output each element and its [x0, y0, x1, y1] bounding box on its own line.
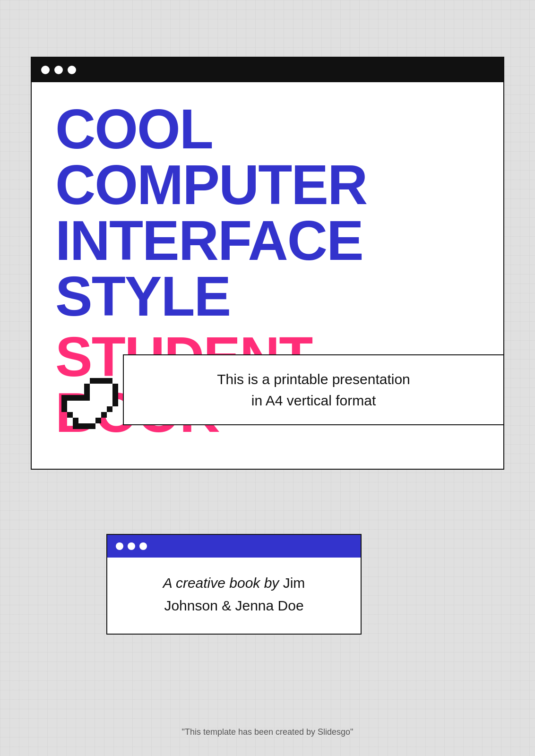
- svg-rect-19: [78, 395, 84, 401]
- svg-rect-26: [61, 401, 67, 406]
- svg-rect-35: [112, 401, 118, 406]
- svg-rect-31: [90, 401, 95, 406]
- svg-rect-15: [112, 389, 118, 395]
- author-dot-3: [139, 542, 147, 550]
- svg-rect-30: [84, 401, 90, 406]
- author-text: A creative book by JimJohnson & Jenna Do…: [131, 572, 337, 617]
- svg-rect-33: [101, 401, 107, 406]
- author-titlebar: [107, 535, 361, 558]
- svg-rect-1: [95, 378, 101, 384]
- titlebar-dot-2: [54, 66, 63, 74]
- title-line2: INTERFACE STYLE: [55, 213, 480, 324]
- subtitle-box: This is a printable presentation in A4 v…: [123, 354, 504, 425]
- svg-rect-53: [78, 418, 84, 423]
- title-line1: COOL COMPUTER: [55, 101, 480, 213]
- svg-rect-9: [112, 384, 118, 389]
- svg-rect-37: [67, 406, 73, 412]
- svg-rect-45: [67, 412, 73, 418]
- svg-rect-41: [90, 406, 95, 412]
- author-dot-1: [116, 542, 123, 550]
- svg-rect-58: [78, 423, 84, 429]
- svg-rect-57: [73, 423, 78, 429]
- svg-rect-59: [84, 423, 90, 429]
- svg-rect-55: [90, 418, 95, 423]
- author-content: A creative book by JimJohnson & Jenna Do…: [107, 558, 361, 634]
- svg-rect-12: [95, 389, 101, 395]
- svg-rect-56: [95, 418, 101, 423]
- svg-rect-48: [84, 412, 90, 418]
- svg-rect-11: [90, 389, 95, 395]
- svg-rect-32: [95, 401, 101, 406]
- titlebar-dot-1: [41, 66, 50, 74]
- footer-text: "This template has been created by Slide…: [182, 727, 354, 737]
- svg-rect-4: [84, 384, 90, 389]
- svg-rect-42: [95, 406, 101, 412]
- svg-rect-13: [101, 389, 107, 395]
- svg-rect-8: [107, 384, 112, 389]
- svg-rect-60: [90, 423, 95, 429]
- svg-rect-38: [73, 406, 78, 412]
- svg-rect-22: [95, 395, 101, 401]
- svg-rect-47: [78, 412, 84, 418]
- svg-rect-43: [101, 406, 107, 412]
- svg-rect-29: [78, 401, 84, 406]
- svg-rect-34: [107, 401, 112, 406]
- svg-rect-17: [67, 395, 73, 401]
- svg-rect-40: [84, 406, 90, 412]
- browser-titlebar: [32, 58, 503, 82]
- svg-rect-50: [95, 412, 101, 418]
- svg-rect-25: [112, 395, 118, 401]
- svg-rect-36: [61, 406, 67, 412]
- svg-rect-16: [61, 395, 67, 401]
- footer: "This template has been created by Slide…: [0, 727, 535, 737]
- subtitle-text: This is a printable presentation in A4 v…: [147, 369, 480, 411]
- svg-rect-21: [90, 395, 95, 401]
- titlebar-dot-3: [68, 66, 76, 74]
- author-dot-2: [128, 542, 135, 550]
- svg-rect-44: [107, 406, 112, 412]
- svg-rect-6: [95, 384, 101, 389]
- svg-rect-18: [73, 395, 78, 401]
- svg-rect-49: [90, 412, 95, 418]
- svg-rect-52: [73, 418, 78, 423]
- author-browser-window: A creative book by JimJohnson & Jenna Do…: [106, 534, 362, 635]
- svg-rect-2: [101, 378, 107, 384]
- svg-rect-28: [73, 401, 78, 406]
- pixel-cursor-icon: [61, 378, 118, 430]
- svg-rect-10: [84, 389, 90, 395]
- svg-rect-0: [90, 378, 95, 384]
- svg-rect-7: [101, 384, 107, 389]
- svg-rect-51: [101, 412, 107, 418]
- svg-rect-3: [107, 378, 112, 384]
- svg-rect-46: [73, 412, 78, 418]
- svg-rect-54: [84, 418, 90, 423]
- svg-rect-14: [107, 389, 112, 395]
- svg-rect-20: [84, 395, 90, 401]
- svg-rect-23: [101, 395, 107, 401]
- svg-rect-24: [107, 395, 112, 401]
- svg-rect-27: [67, 401, 73, 406]
- svg-rect-39: [78, 406, 84, 412]
- svg-rect-5: [90, 384, 95, 389]
